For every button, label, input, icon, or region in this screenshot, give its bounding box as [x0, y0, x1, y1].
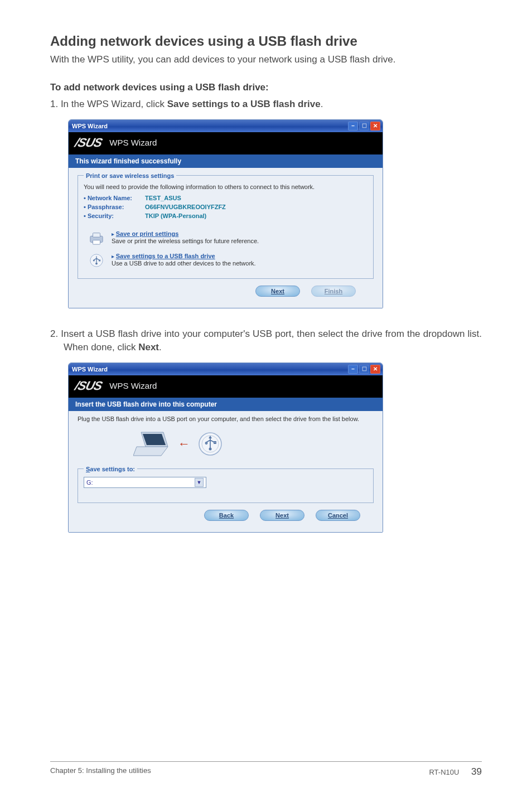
asus-logo: /SUS [74, 379, 104, 393]
action-save-usb: ▸ Save settings to a USB flash drive Use… [85, 249, 366, 272]
intro-text: With the WPS utility, you can add device… [50, 54, 482, 66]
save-to-fieldset: SSave settings to:ave settings to: G: ▼ [78, 466, 374, 503]
printer-icon [87, 230, 106, 246]
maximize-button: ☐ [359, 365, 369, 374]
footer-chapter: Chapter 5: Installing the utilities [50, 766, 151, 777]
svg-point-10 [209, 447, 212, 450]
svg-marker-6 [143, 434, 166, 445]
step-2: 2. Insert a USB flash drive into your co… [50, 327, 482, 355]
wps-wizard-window-1: WPS Wizard – ☐ ✕ /SUS WPS Wizard This wi… [68, 119, 383, 308]
wizard-header-title: WPS Wizard [109, 381, 157, 390]
action-save-print: ▸ Save or print settings Save or print t… [85, 227, 366, 249]
close-button[interactable]: ✕ [370, 365, 380, 374]
laptop-usb-illustration: ← [122, 430, 234, 458]
next-button[interactable]: Next [255, 286, 300, 297]
titlebar: WPS Wizard – ☐ ✕ [69, 120, 383, 132]
value-passphrase: O66FNVUGBKREOOIYFZFZ [145, 204, 226, 210]
usb-icon [87, 253, 106, 268]
save-print-link[interactable]: Save or print settings [116, 230, 178, 237]
back-button[interactable]: Back [204, 510, 249, 521]
save-print-sub: Save or print the wireless settings for … [112, 238, 259, 244]
step2-suffix: . [159, 342, 162, 352]
window-buttons: – ☐ ✕ [348, 122, 380, 131]
dropdown-value: G: [86, 479, 93, 486]
print-save-fieldset: Print or save wireless settings You will… [78, 172, 374, 279]
button-bar: Next Finish [69, 282, 383, 302]
svg-rect-1 [93, 233, 100, 236]
fieldset-legend: SSave settings to:ave settings to: [84, 466, 137, 472]
step2-bold: Next [138, 342, 159, 352]
status-banner: This wizard finished successfully [69, 154, 383, 168]
step2-prefix: 2. Insert a USB flash drive into your co… [50, 328, 482, 353]
step-1: 1. In the WPS Wizard, click Save setting… [50, 98, 482, 112]
footer-page-number: 39 [471, 766, 482, 777]
button-bar: Back Next Cancel [69, 506, 383, 526]
drive-dropdown[interactable]: G: ▼ [84, 477, 206, 488]
window-title: WPS Wizard [72, 123, 348, 129]
svg-marker-7 [133, 447, 168, 456]
svg-rect-2 [93, 240, 100, 244]
titlebar: WPS Wizard – ☐ ✕ [69, 363, 383, 375]
row-network-name: • Network Name: TEST_ASUS [84, 195, 367, 201]
value-network-name: TEST_ASUS [145, 195, 181, 201]
step1-suffix: . [321, 99, 323, 109]
section-heading: Adding network devices using a USB flash… [50, 33, 482, 49]
wizard-header-title: WPS Wizard [109, 138, 157, 147]
status-banner: Insert the USB flash drive into this com… [69, 398, 383, 411]
minimize-button[interactable]: – [348, 365, 358, 374]
cancel-button[interactable]: Cancel [316, 510, 360, 521]
wizard-header: /SUS WPS Wizard [69, 375, 383, 398]
chevron-down-icon[interactable]: ▼ [195, 478, 204, 487]
page-footer: Chapter 5: Installing the utilities RT-N… [50, 761, 482, 777]
instruction-text: Plug the USB flash drive into a USB port… [78, 416, 374, 422]
save-usb-link[interactable]: Save settings to a USB flash drive [116, 253, 215, 259]
fieldset-legend: Print or save wireless settings [84, 172, 176, 179]
value-security: TKIP (WPA-Personal) [145, 212, 206, 219]
asus-logo: /SUS [74, 136, 104, 150]
window-title: WPS Wizard [72, 366, 348, 373]
label-network-name: • Network Name: [84, 195, 145, 201]
fieldset-description: You will need to provide the following i… [84, 183, 367, 190]
usb-icon [198, 432, 223, 456]
footer-product: RT-N10U [429, 768, 459, 776]
minimize-button[interactable]: – [348, 122, 358, 131]
label-passphrase: • Passphrase: [84, 204, 145, 210]
wizard-header: /SUS WPS Wizard [69, 132, 383, 154]
label-security: • Security: [84, 212, 145, 219]
window-buttons: – ☐ ✕ [348, 365, 380, 374]
save-usb-sub: Use a USB drive to add other devices to … [112, 260, 256, 267]
arrow-left-icon: ← [178, 437, 190, 451]
row-security: • Security: TKIP (WPA-Personal) [84, 212, 367, 219]
maximize-button: ☐ [359, 122, 369, 131]
next-button[interactable]: Next [260, 510, 304, 521]
row-passphrase: • Passphrase: O66FNVUGBKREOOIYFZFZ [84, 204, 367, 210]
step1-bold: Save settings to a USB flash drive [167, 99, 321, 109]
close-button[interactable]: ✕ [370, 122, 380, 131]
finish-button[interactable]: Finish [311, 286, 356, 297]
subsection-heading: To add network devices using a USB flash… [50, 82, 482, 93]
step1-prefix: 1. In the WPS Wizard, click [50, 99, 167, 109]
wps-wizard-window-2: WPS Wizard – ☐ ✕ /SUS WPS Wizard Insert … [68, 363, 383, 533]
laptop-icon [133, 430, 170, 458]
svg-point-4 [95, 262, 98, 264]
